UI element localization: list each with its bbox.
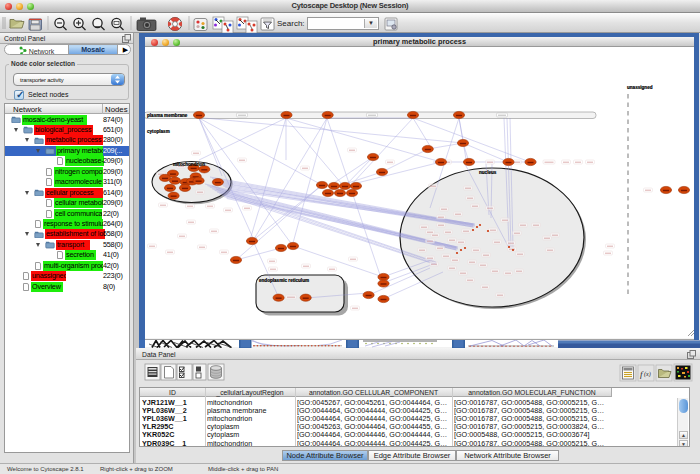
svg-text:endoplasmic reticulum: endoplasmic reticulum [259, 278, 309, 283]
svg-text:nucleus: nucleus [479, 170, 497, 175]
svg-text:mitochondrion: mitochondrion [173, 162, 205, 167]
svg-text:plasma membrane: plasma membrane [147, 113, 188, 118]
svg-text:(x): (x) [644, 371, 651, 378]
svg-text:unassigned: unassigned [627, 85, 653, 90]
svg-text:cytoplasm: cytoplasm [147, 129, 170, 134]
